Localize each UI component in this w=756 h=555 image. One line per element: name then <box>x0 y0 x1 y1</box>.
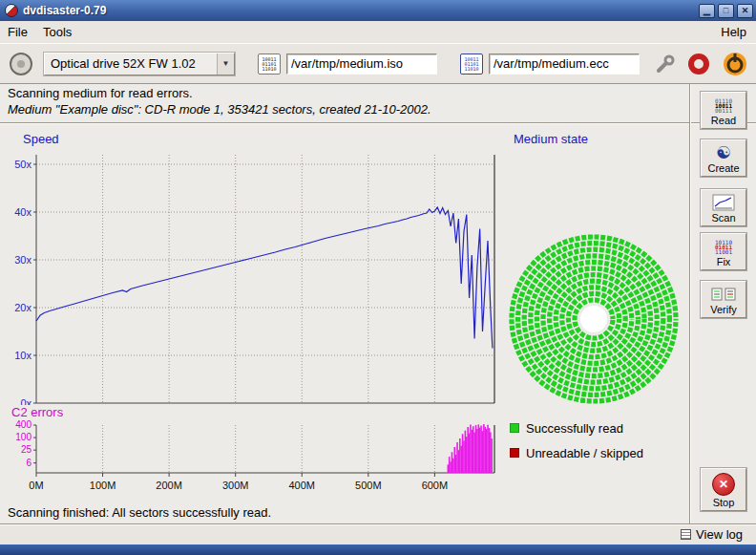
menu-help[interactable]: Help <box>711 22 756 42</box>
fix-button[interactable]: 10110 01011 11001 Fix <box>701 233 746 270</box>
menu-file[interactable]: File <box>0 22 35 42</box>
svg-text:400: 400 <box>15 420 32 430</box>
verify-button-label: Verify <box>702 304 746 315</box>
svg-text:20x: 20x <box>14 302 32 313</box>
legend-item-unreadable: Unreadable / skipped <box>510 443 643 462</box>
window-bottom-border <box>0 544 756 555</box>
verify-button[interactable]: Verify <box>701 281 746 318</box>
scan-button-label: Scan <box>702 212 746 224</box>
read-binary-icon: 01110 10011 00111 <box>702 96 746 115</box>
ecc-file-input[interactable] <box>489 53 640 75</box>
iso-file-input[interactable] <box>286 53 437 75</box>
legend-item-read: Successfully read <box>510 418 643 438</box>
medium-state-title: Medium state <box>514 132 588 146</box>
drive-select-value: Optical drive 52X FW 1.02 <box>45 56 217 71</box>
app-window: dvdisaster-0.79 ▁ □ ✕ File Tools Help Op… <box>0 0 756 555</box>
dvdisaster-logo-icon[interactable] <box>687 53 710 75</box>
close-icon[interactable]: ✕ <box>737 4 753 18</box>
chevron-down-icon[interactable]: ▼ <box>217 53 234 75</box>
verify-chips-icon <box>702 285 746 304</box>
action-sidebar: 01110 10011 00111 Read ☯ Create <box>691 84 756 523</box>
stop-button-label: Stop <box>702 497 746 508</box>
svg-text:600M: 600M <box>422 480 449 491</box>
svg-text:30x: 30x <box>14 254 32 266</box>
svg-text:100M: 100M <box>90 480 116 491</box>
create-button-label: Create <box>702 162 746 174</box>
legend-label: Successfully read <box>526 421 623 436</box>
status-message: Scanning medium for read errors. <box>8 86 193 100</box>
preferences-wrench-icon[interactable] <box>655 53 676 75</box>
stop-button[interactable]: ✕ Stop <box>701 468 746 511</box>
medium-state-disc <box>500 225 687 413</box>
scan-curve-icon <box>702 193 746 212</box>
legend-label: Unreadable / skipped <box>526 446 643 460</box>
menu-tools[interactable]: Tools <box>35 22 79 42</box>
ecc-file-icon[interactable]: 100110110111010 <box>460 53 483 75</box>
scan-button[interactable]: Scan <box>701 189 746 226</box>
svg-text:50x: 50x <box>14 159 32 170</box>
drive-select[interactable]: Optical drive 52X FW 1.02 ▼ <box>44 53 235 75</box>
yin-yang-icon: ☯ <box>702 143 746 162</box>
status-bar: View log <box>0 523 756 544</box>
svg-text:25: 25 <box>21 444 32 455</box>
svg-text:40x: 40x <box>14 206 32 218</box>
legend: Successfully read Unreadable / skipped <box>510 418 643 468</box>
log-icon <box>681 529 691 540</box>
svg-text:400M: 400M <box>288 480 315 491</box>
separator <box>0 122 756 124</box>
medium-info: Medium "Example disc": CD-R mode 1, 3534… <box>8 102 431 117</box>
view-log-button[interactable]: View log <box>677 526 746 543</box>
svg-text:10x: 10x <box>14 350 32 361</box>
read-button-label: Read <box>702 115 746 126</box>
quit-power-icon[interactable] <box>722 51 748 77</box>
red-swatch-icon <box>510 448 519 458</box>
speed-chart: 0x10x20x30x40x50x <box>0 145 506 405</box>
read-button[interactable]: 01110 10011 00111 Read <box>701 92 746 129</box>
view-log-label: View log <box>696 527 743 542</box>
c2-chart-title: C2 errors <box>11 405 63 419</box>
svg-text:0x: 0x <box>20 397 32 405</box>
svg-text:100: 100 <box>15 432 32 442</box>
minimize-icon[interactable]: ▁ <box>699 4 715 18</box>
svg-text:200M: 200M <box>156 480 182 491</box>
window-title: dvdisaster-0.79 <box>23 4 696 17</box>
fix-button-label: Fix <box>702 256 746 267</box>
speed-chart-title: Speed <box>23 132 59 146</box>
green-swatch-icon <box>510 423 519 433</box>
svg-text:500M: 500M <box>355 480 382 491</box>
title-bar[interactable]: dvdisaster-0.79 ▁ □ ✕ <box>0 0 756 21</box>
menu-bar: File Tools Help <box>0 21 756 44</box>
main-pane: Scanning medium for read errors. Medium … <box>0 84 756 523</box>
svg-text:6: 6 <box>26 458 32 468</box>
app-icon[interactable] <box>5 4 18 17</box>
scan-result-message: Scanning finished: All sectors successfu… <box>8 505 271 520</box>
fix-binary-icon: 10110 01011 11001 <box>702 237 746 256</box>
c2-errors-chart: 6251004000M100M200M300M400M500M600M <box>0 420 506 511</box>
drive-icon[interactable] <box>8 51 34 77</box>
toolbar: Optical drive 52X FW 1.02 ▼ 100110110111… <box>0 44 756 84</box>
maximize-icon[interactable]: □ <box>718 4 734 18</box>
image-file-icon[interactable]: 100110110111010 <box>258 53 281 75</box>
stop-icon: ✕ <box>702 472 746 497</box>
create-button[interactable]: ☯ Create <box>701 139 746 177</box>
svg-text:300M: 300M <box>222 480 249 491</box>
svg-text:0M: 0M <box>29 480 43 491</box>
